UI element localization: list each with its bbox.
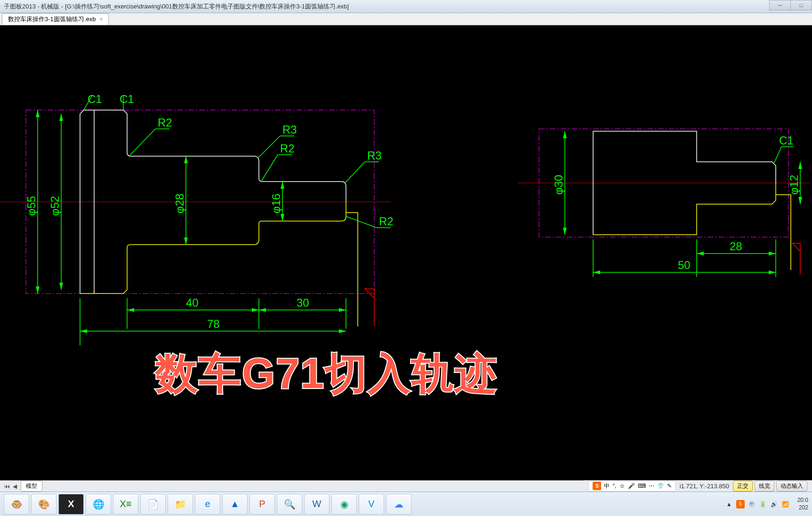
svg-marker-24: [184, 238, 188, 245]
clock-date: 202: [797, 504, 808, 512]
taskbar: 🐵 🎨 X 🌐 X≡ 📄 📁 e ▲ P 🔍 W ◉ V ☁ ▲ S ㊥ 🔋 🔊…: [0, 492, 812, 516]
ime-menu-icon[interactable]: ⋯: [649, 483, 654, 489]
dim-50: 50: [678, 259, 691, 271]
nav-prev-icon[interactable]: ◀: [11, 483, 18, 490]
tray-volume-icon[interactable]: 🔊: [770, 500, 779, 508]
ime-tool-icon[interactable]: ✎: [667, 483, 672, 489]
dim-28: 28: [730, 240, 742, 253]
tray-lang-icon[interactable]: ㊥: [748, 500, 756, 508]
window-title: 子图板2013 - 机械版 - [G:\操作练习\soft_exercise\d…: [4, 2, 349, 11]
dim-c1-right: C1: [120, 93, 134, 105]
tab-label: 数控车床操作3-1圆弧轴练习.exb: [8, 15, 96, 24]
document-tab[interactable]: 数控车床操作3-1圆弧轴练习.exb ×: [2, 13, 109, 25]
svg-line-12: [345, 162, 365, 183]
svg-marker-27: [281, 214, 284, 221]
tray-battery-icon[interactable]: 🔋: [759, 500, 767, 508]
svg-marker-46: [563, 131, 567, 138]
ime-punct-icon[interactable]: °,: [612, 483, 616, 489]
dim-78: 78: [207, 318, 220, 330]
dim-phi12: φ12: [788, 175, 800, 195]
statusbar: S 中 °, ☺ 🎤 ⌨ ⋯ 👕 ✎ i1.721, Y:-213.850 正交…: [584, 480, 812, 492]
model-tab[interactable]: 模型: [21, 481, 42, 492]
svg-line-8: [258, 136, 280, 158]
coordinates-readout: i1.721, Y:-213.850: [680, 483, 729, 490]
drawing-canvas[interactable]: C1 C1 R2 R3 R2 R3 R2 φ55 φ52 φ28 φ16: [0, 25, 812, 478]
ime-emoji-icon[interactable]: ☺: [619, 483, 625, 489]
task-cad-app[interactable]: ◉: [331, 494, 357, 515]
tray-expand-icon[interactable]: ▲: [725, 500, 733, 508]
tray-sogou-icon[interactable]: S: [736, 500, 745, 508]
svg-marker-56: [769, 252, 776, 255]
svg-marker-40: [339, 329, 346, 333]
dim-r3-a: R3: [282, 123, 297, 136]
dim-r3-b: R3: [367, 149, 382, 162]
task-capcut[interactable]: X: [58, 494, 84, 515]
svg-marker-39: [80, 329, 87, 333]
task-app-1[interactable]: 🐵: [4, 494, 29, 515]
svg-marker-37: [339, 308, 346, 312]
dim-phi16: φ16: [270, 194, 282, 214]
ime-keyboard-icon[interactable]: ⌨: [638, 483, 646, 489]
dim-r2-a: R2: [158, 116, 172, 129]
system-tray: ▲ S ㊥ 🔋 🔊 📶 20:0 202: [725, 497, 808, 511]
ime-skin-icon[interactable]: 👕: [657, 483, 664, 489]
dim-r2-b: R2: [280, 142, 295, 155]
dim-30: 30: [297, 296, 309, 309]
sogou-icon[interactable]: S: [593, 482, 601, 490]
nav-first-icon[interactable]: ⏮: [4, 483, 10, 490]
svg-marker-20: [59, 114, 63, 121]
dim-phi55: φ55: [25, 196, 38, 216]
svg-marker-26: [281, 182, 284, 189]
svg-marker-17: [36, 110, 40, 117]
document-tabbar: 数控车床操作3-1圆弧轴练习.exb ×: [0, 13, 812, 25]
task-notepad[interactable]: 📄: [140, 494, 166, 515]
ime-lang[interactable]: 中: [604, 482, 610, 490]
task-magnifier[interactable]: 🔍: [277, 494, 302, 515]
svg-marker-55: [697, 252, 704, 255]
taskbar-clock[interactable]: 20:0 202: [797, 497, 808, 511]
task-excel[interactable]: X≡: [113, 494, 138, 515]
ime-mic-icon[interactable]: 🎤: [628, 483, 635, 489]
window-titlebar: 子图板2013 - 机械版 - [G:\操作练习\soft_exercise\d…: [0, 0, 812, 13]
svg-marker-47: [563, 228, 567, 235]
svg-marker-21: [59, 283, 63, 290]
svg-marker-34: [252, 308, 259, 312]
tray-network-icon[interactable]: 📶: [781, 500, 790, 508]
task-powerpoint[interactable]: P: [249, 494, 275, 515]
task-ie[interactable]: e: [195, 494, 220, 515]
clock-time: 20:0: [797, 497, 808, 504]
svg-marker-50: [798, 197, 802, 204]
dim-phi52: φ52: [48, 196, 61, 216]
svg-marker-59: [769, 270, 776, 274]
dim-phi28: φ28: [173, 194, 186, 214]
dim-r2-c: R2: [379, 215, 394, 228]
svg-marker-58: [593, 270, 600, 274]
task-video[interactable]: V: [359, 494, 384, 515]
minimize-button[interactable]: ─: [769, 0, 791, 10]
lineweight-button[interactable]: 线宽: [755, 481, 774, 492]
svg-marker-49: [798, 162, 802, 169]
ortho-button[interactable]: 正交: [733, 481, 753, 492]
window-controls: ─ □: [770, 0, 812, 10]
dim-phi30: φ30: [552, 175, 565, 195]
dyninput-button[interactable]: 动态输入: [776, 481, 807, 492]
svg-marker-23: [184, 156, 188, 163]
task-meeting[interactable]: ▲: [222, 494, 248, 515]
maximize-button[interactable]: □: [790, 0, 812, 10]
svg-marker-18: [36, 286, 40, 294]
ime-bar[interactable]: S 中 °, ☺ 🎤 ⌨ ⋯ 👕 ✎: [588, 480, 675, 492]
svg-line-14: [346, 216, 377, 228]
dim-40: 40: [186, 296, 199, 309]
close-icon[interactable]: ×: [99, 16, 103, 23]
svg-marker-33: [127, 308, 134, 312]
svg-line-6: [130, 129, 155, 155]
svg-marker-36: [259, 308, 266, 312]
task-word[interactable]: W: [304, 494, 330, 515]
dim-c1-right-part: C1: [779, 134, 794, 147]
svg-line-43: [774, 147, 781, 164]
task-cloud[interactable]: ☁: [386, 494, 411, 515]
task-browser[interactable]: 🌐: [86, 494, 111, 515]
task-paint[interactable]: 🎨: [31, 494, 56, 515]
task-explorer[interactable]: 📁: [168, 494, 193, 515]
svg-line-10: [262, 155, 278, 181]
